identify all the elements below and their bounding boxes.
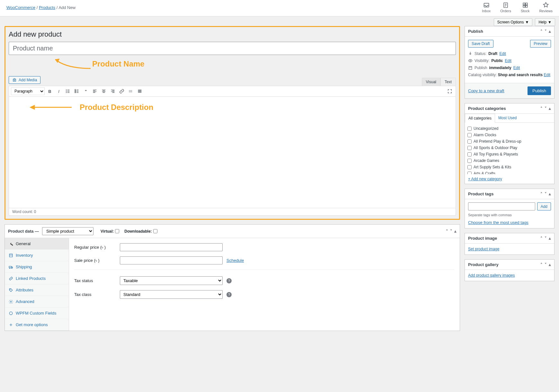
breadcrumb-current: Add New [58,5,75,10]
tax-status-select[interactable]: Taxable [120,276,223,285]
toggle-icon[interactable]: ▴ [549,192,551,196]
tab-shipping[interactable]: Shipping [5,261,69,273]
reviews-icon[interactable]: Reviews [539,2,553,13]
category-item[interactable]: Arcade Games [467,157,552,164]
move-up-icon[interactable]: ˄ [540,29,543,34]
category-item[interactable]: Arts & Crafts [467,170,552,174]
move-down-icon[interactable]: ˅ [545,29,547,34]
inbox-icon[interactable]: Inbox [482,2,491,13]
tab-visual[interactable]: Visual [422,78,440,86]
move-up-icon[interactable]: ˄ [540,262,543,267]
svg-point-25 [470,60,471,61]
tab-inventory[interactable]: Inventory [5,250,69,261]
svg-point-7 [14,79,15,81]
toggle-icon[interactable]: ▴ [549,262,551,267]
tab-linked-products[interactable]: Linked Products [5,273,69,284]
pin-icon [468,51,473,56]
choose-most-used-tags-link[interactable]: Choose from the most used tags [468,220,528,225]
move-down-icon[interactable]: ˅ [545,262,547,267]
sale-price-input[interactable] [120,256,223,264]
format-select[interactable]: Paragraph [11,87,45,95]
svg-text:3: 3 [75,92,76,93]
tags-input[interactable] [468,202,535,210]
fullscreen-icon[interactable] [446,87,454,95]
move-down-icon[interactable]: ˅ [450,229,452,234]
category-item[interactable]: All Sports & Outdoor Play [467,145,552,151]
move-up-icon[interactable]: ˄ [446,229,448,234]
category-item[interactable]: Uncategorized [467,125,552,132]
product-name-input[interactable] [9,42,456,55]
toggle-icon[interactable]: ▴ [549,29,551,34]
align-center-icon[interactable] [100,87,108,95]
product-image-metabox: Product image˄˅▴ Set product image [465,233,555,255]
product-type-select[interactable]: Simple product [42,227,93,235]
category-item[interactable]: Alarm Clocks [467,132,552,138]
schedule-link[interactable]: Schedule [226,258,244,263]
downloadable-checkbox[interactable]: Downloadable: [124,229,157,234]
publish-button[interactable]: Publish [528,86,551,95]
link-icon[interactable] [118,87,126,95]
category-item[interactable]: All Pretend Play & Dress-up [467,138,552,145]
align-right-icon[interactable] [109,87,117,95]
svg-rect-5 [525,5,527,7]
tab-advanced[interactable]: Advanced [5,296,69,307]
tab-general[interactable]: General [5,238,69,250]
tab-wpfm-custom-fields[interactable]: WPFM Custom Fields [5,307,69,319]
add-gallery-images-link[interactable]: Add product gallery images [468,273,515,278]
bold-icon[interactable]: B [46,87,54,95]
move-down-icon[interactable]: ˅ [545,192,547,196]
quote-icon[interactable]: " [82,87,90,95]
category-item[interactable]: Art Supply Sets & Kits [467,164,552,170]
move-up-icon[interactable]: ˄ [540,192,543,196]
help-icon[interactable]: ? [226,292,232,297]
add-media-button[interactable]: Add Media [9,76,40,84]
svg-rect-19 [9,266,11,268]
edit-status-link[interactable]: Edit [499,51,506,56]
edit-catalog-visibility-link[interactable]: Edit [544,73,550,77]
stock-icon[interactable]: Stock [521,2,530,13]
toolbar-toggle-icon[interactable] [136,87,144,95]
align-left-icon[interactable] [91,87,99,95]
product-categories-metabox: Product categories˄˅▴ All categories Mos… [465,103,555,184]
numbered-list-icon[interactable]: 123 [73,87,81,95]
help-icon[interactable]: ? [226,278,232,283]
help-button[interactable]: Help ▼ [535,18,555,26]
edit-publish-date-link[interactable]: Edit [513,66,520,70]
move-down-icon[interactable]: ˅ [545,236,547,241]
editor-content[interactable] [9,118,456,208]
tab-get-more-options[interactable]: Get more options [5,319,69,331]
edit-visibility-link[interactable]: Edit [505,58,511,63]
fields-icon [9,311,13,316]
read-more-icon[interactable] [127,87,135,95]
italic-icon[interactable]: I [55,87,63,95]
save-draft-button[interactable]: Save Draft [468,40,493,48]
bullet-list-icon[interactable] [64,87,72,95]
move-up-icon[interactable]: ˄ [540,236,543,241]
tab-most-used[interactable]: Most Used [495,114,520,122]
screen-options-button[interactable]: Screen Options ▼ [494,18,533,26]
tax-class-select[interactable]: Standard [120,290,223,299]
toggle-icon[interactable]: ▴ [549,236,551,241]
preview-button[interactable]: Preview [530,40,551,48]
category-item[interactable]: All Toy Figures & Playsets [467,151,552,157]
set-product-image-link[interactable]: Set product image [468,247,499,251]
regular-price-label: Regular price (৳ ) [74,245,116,250]
copy-to-new-draft-link[interactable]: Copy to a new draft [468,88,504,93]
add-new-category-link[interactable]: + Add new category [468,177,502,181]
toggle-icon[interactable]: ▴ [454,229,457,234]
regular-price-input[interactable] [120,243,223,251]
orders-icon[interactable]: Orders [500,2,511,13]
add-tag-button[interactable]: Add [537,202,551,210]
move-up-icon[interactable]: ˄ [540,106,543,111]
tab-all-categories[interactable]: All categories [465,114,495,123]
breadcrumb-woocommerce[interactable]: WooCommerce [6,5,35,10]
tab-text[interactable]: Text [440,78,456,86]
move-down-icon[interactable]: ˅ [545,106,547,111]
toggle-icon[interactable]: ▴ [549,106,551,111]
svg-rect-15 [138,91,142,92]
svg-point-9 [66,91,67,91]
virtual-checkbox[interactable]: Virtual: [101,229,119,234]
tab-attributes[interactable]: Attributes [5,284,69,296]
calendar-icon [468,66,473,70]
breadcrumb-products[interactable]: Products [39,5,55,10]
